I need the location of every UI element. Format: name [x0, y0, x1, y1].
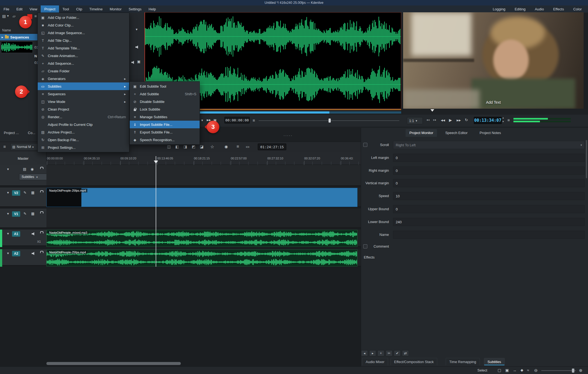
collapse-chevron-icon[interactable]: ▾	[7, 167, 9, 171]
composite-film-icon[interactable]: ▦	[31, 191, 34, 195]
menu-item-add-template-title[interactable]: TAdd Template Title...	[38, 44, 129, 52]
scroll-direction-dropdown[interactable]: Right To Left ▾	[393, 141, 585, 149]
tab-effect-composition-stack[interactable]: Effect/Composition Stack	[391, 358, 437, 365]
monitor-menu-icon[interactable]: ≡	[507, 118, 510, 122]
audio-track-lane-a2[interactable]: NastyOldPeople-25fps.mp4	[46, 249, 361, 267]
speaker-icon[interactable]	[32, 252, 35, 255]
menu-item-open-backup[interactable]: ↻Open Backup File...	[38, 136, 129, 144]
collapse-chevron-icon[interactable]: ▾	[7, 231, 9, 236]
menu-monitor[interactable]: Monitor	[106, 5, 125, 13]
selection-box-icon[interactable]: ▢	[498, 368, 501, 372]
track-header-a2[interactable]: ▾ A2	[2, 249, 46, 266]
keyframes-icon[interactable]: ▣	[505, 368, 509, 372]
timeline-menu-icon[interactable]: ≡	[3, 144, 6, 149]
menu-item-lock-subtitle[interactable]: Lock Subtitle	[130, 105, 200, 113]
workspace-tab-color[interactable]: Color	[569, 5, 586, 13]
audio-track-lane-a1[interactable]: NastyOldPeople_mixed.mp3	[46, 230, 361, 247]
lower-bound-field[interactable]: 240	[393, 218, 585, 226]
track-activation-icon[interactable]: ◫	[167, 144, 171, 149]
timeline-clip-a1[interactable]: NastyOldPeople_mixed.mp3	[46, 230, 357, 247]
mix-clips-icon[interactable]: ◧	[175, 144, 179, 149]
tab-time-remapping[interactable]: Time Remapping	[446, 358, 480, 365]
track-badge-a2[interactable]: A2	[12, 251, 20, 256]
speaker-icon[interactable]	[32, 232, 35, 236]
name-field[interactable]	[393, 231, 585, 239]
playhead-line[interactable]	[156, 156, 156, 267]
timeline-ruler[interactable]: 00:00:00:00 00:04:35:10 00:09:10:20 00:1…	[46, 152, 361, 165]
audio-monitor-icon[interactable]	[135, 45, 139, 49]
tab-project-notes[interactable]: Project Notes	[476, 129, 505, 137]
track-header-a1[interactable]: ▾ A1 X1	[2, 230, 46, 246]
timeline-clip-v2[interactable]: NastyOldPeople-25fps.mp4	[46, 188, 357, 207]
bin-open-folder-icon[interactable]: ▱	[13, 14, 16, 18]
clip-monitor-timecode[interactable]: 00:00:00:00	[224, 117, 250, 123]
vertical-margin-field[interactable]: 0	[393, 179, 585, 187]
collapse-chevron-icon[interactable]: ▾	[7, 191, 9, 195]
monitor-options-caret-icon[interactable]: ▾	[201, 118, 203, 122]
record-armed-stripe[interactable]	[0, 230, 2, 247]
bin-item-label[interactable]: N	[34, 54, 37, 58]
bin-clip-thumbnail[interactable]	[1, 41, 33, 53]
menu-item-add-title-clip[interactable]: TAdd Title Clip...	[38, 37, 129, 44]
bin-tab-compositions[interactable]: Co...	[28, 131, 35, 135]
workspace-tab-editing[interactable]: Editing	[510, 5, 530, 13]
menu-item-render[interactable]: ◎Render...Ctrl+Return	[38, 113, 129, 121]
upper-bound-field[interactable]: 0	[393, 205, 585, 213]
timeline-hscrollbar[interactable]	[46, 362, 181, 365]
menu-item-subtitles[interactable]: ▭Subtitles▸	[38, 82, 129, 90]
video-monitor-ruler[interactable]	[403, 109, 588, 115]
tab-subtitles[interactable]: Subtitles	[484, 358, 505, 365]
menu-timeline[interactable]: Timeline	[86, 5, 106, 13]
menu-item-project-settings[interactable]: ⊞Project Settings...	[38, 144, 129, 151]
monitor-seek-handle[interactable]	[329, 118, 331, 123]
titlebar[interactable]: Untitled */ 416x240 25.00fps — Kdenlive	[0, 0, 588, 5]
menu-item-manage-subtitles[interactable]: ≡Manage Subtitles	[130, 113, 200, 121]
menu-item-add-subtitle[interactable]: +Add SubtitleShift+S	[130, 90, 200, 98]
playhead-marker-icon[interactable]	[430, 109, 434, 112]
master-track-header[interactable]: Master	[0, 152, 46, 165]
menu-item-create-folder[interactable]: ▱Create Folder	[38, 67, 129, 75]
insert-zone-icon[interactable]: ◨	[184, 144, 187, 149]
menu-item-archive-project[interactable]: ▤Archive Project...	[38, 128, 129, 136]
menu-item-create-animation[interactable]: ✎Create Animation...	[38, 52, 129, 60]
menu-item-sequences[interactable]: ≡Sequences▸	[38, 90, 129, 98]
timeline-timecode[interactable]: 01:24:27:15	[258, 144, 286, 150]
subtitle-track-icon[interactable]: ▭	[246, 144, 249, 149]
curves-icon[interactable]: ≈	[527, 368, 529, 372]
menu-file[interactable]: File	[0, 5, 13, 13]
add-subtitle-button[interactable]: +	[377, 350, 384, 356]
workspace-tab-logging[interactable]: Logging	[488, 5, 510, 13]
speed-field[interactable]: 10	[393, 192, 585, 200]
go-next-button[interactable]: ▸	[369, 350, 376, 356]
menu-item-generators[interactable]: ◈Generators▸	[38, 75, 129, 82]
expand-caret-icon[interactable]: ▸	[2, 35, 3, 39]
menu-project[interactable]: Project	[41, 5, 59, 13]
zoom-level-dropdown[interactable]: 1:1 ▾	[407, 117, 423, 124]
timecode-spin-down-icon[interactable]: ▾	[503, 120, 504, 123]
audio-mixer-icon[interactable]: ≡	[237, 144, 239, 149]
menu-help[interactable]: Help	[145, 5, 159, 13]
menu-item-add-color-clip[interactable]: ■Add Color Clip...	[38, 21, 129, 29]
bin-view-mode-icon[interactable]: ▤	[2, 14, 6, 18]
subtitle-track-lane[interactable]	[46, 165, 361, 186]
workspace-tab-audio[interactable]: Audio	[530, 5, 548, 13]
bin-menu-icon[interactable]: ≡	[34, 14, 37, 18]
zone-out-icon[interactable]: ↦	[433, 118, 436, 122]
timeline-clip-a2[interactable]: NastyOldPeople-25fps.mp4	[46, 250, 357, 266]
video-track-lane-v1[interactable]	[46, 209, 361, 228]
favorite-effects-icon[interactable]: ☆	[210, 144, 214, 149]
cut-subtitle-button[interactable]: ✂	[386, 350, 392, 356]
move-tool-icon[interactable]: ↔	[513, 368, 517, 372]
record-armed-stripe[interactable]	[0, 249, 2, 267]
zoom-slider-handle[interactable]	[572, 369, 574, 373]
collapse-chevron-icon[interactable]: ▾	[7, 251, 9, 255]
subtitle-grid-icon[interactable]: ▤	[23, 167, 26, 171]
track-header-v1[interactable]: ▾ V1 ✎ ▦	[0, 209, 46, 228]
workspace-tab-effects[interactable]: Effects	[548, 5, 569, 13]
monitor-menu-icon[interactable]: ≡	[253, 118, 255, 123]
subtitle-track-header[interactable]: ▾ ▤ ◉ Subtitles ▾	[0, 165, 46, 186]
overwrite-zone-icon[interactable]: ◩	[192, 144, 195, 149]
edit-mode-dropdown[interactable]: ▤ Normal M ▾	[10, 143, 38, 150]
tab-audio-mixer[interactable]: Audio Mixer	[362, 358, 388, 365]
collapse-chevron-icon[interactable]: ▾	[7, 212, 9, 216]
